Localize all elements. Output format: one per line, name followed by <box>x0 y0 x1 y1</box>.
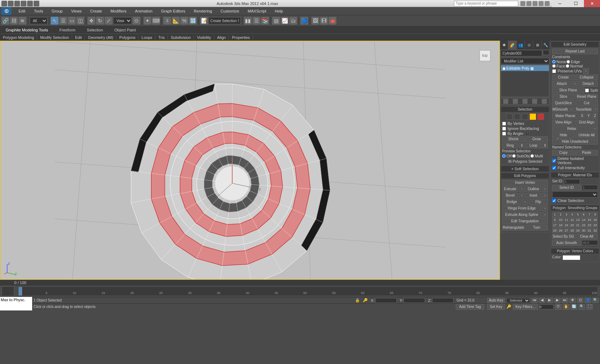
goto-start-icon[interactable]: ⏮ <box>531 298 538 303</box>
paste-sel-button[interactable]: Paste <box>575 150 598 156</box>
bind-icon[interactable]: ≋ <box>19 17 26 25</box>
unlink-icon[interactable]: ⛓ <box>10 17 18 25</box>
object-name-input[interactable] <box>501 50 542 56</box>
outline-settings-icon[interactable]: ▫ <box>542 186 548 192</box>
smoothing-group-30[interactable]: 30 <box>581 228 586 233</box>
viewport[interactable]: x y top <box>0 41 500 280</box>
remove-modifier-icon[interactable] <box>532 99 537 104</box>
ribbon-tris[interactable]: Tris <box>155 35 168 40</box>
view-align-button[interactable]: View Align <box>552 120 575 125</box>
smoothing-group-8[interactable]: 8 <box>592 212 598 217</box>
polygon-subobj-icon[interactable] <box>530 113 536 120</box>
shrink-button[interactable]: Shrink <box>502 136 525 142</box>
modify-tab-icon[interactable]: 🌈 <box>508 41 516 49</box>
vertex-colors-header[interactable]: Polygon: Vertex Colors <box>551 248 599 254</box>
repeat-last-button[interactable]: Repeat Last <box>552 49 598 54</box>
mirror-icon[interactable]: ▮▮ <box>244 17 252 25</box>
auto-smooth-button[interactable]: Auto Smooth <box>552 240 581 246</box>
smoothing-group-12[interactable]: 12 <box>569 217 575 222</box>
next-frame-icon[interactable]: ▶ <box>554 298 560 303</box>
application-icon[interactable]: Ⓒ <box>1 7 11 15</box>
smoothing-group-22[interactable]: 22 <box>581 223 586 228</box>
smoothing-group-25[interactable]: 25 <box>552 228 558 233</box>
edit-geometry-header[interactable]: Edit Geometry <box>551 41 599 47</box>
relax-button[interactable]: Relax <box>552 126 591 132</box>
undo-icon[interactable] <box>21 1 26 6</box>
material-name-dropdown[interactable] <box>552 191 598 198</box>
prev-frame-icon[interactable]: ◀ <box>539 298 545 303</box>
bridge-button[interactable]: Bridge <box>502 199 521 205</box>
preserve-uvs-settings-icon[interactable]: ▫ <box>583 68 589 74</box>
edge-subobj-icon[interactable] <box>514 113 520 120</box>
rotate-icon[interactable]: ↻ <box>96 17 104 25</box>
smoothing-group-7[interactable]: 7 <box>587 212 592 217</box>
bevel-button[interactable]: Bevel <box>502 193 518 198</box>
smoothing-group-13[interactable]: 13 <box>575 217 581 222</box>
make-planar-button[interactable]: Make Planar <box>552 113 579 119</box>
ribbon-tab-graphite[interactable]: Graphite Modeling Tools <box>3 28 51 32</box>
cut-button[interactable]: Cut <box>575 100 598 106</box>
turn-button[interactable]: Turn <box>525 225 548 231</box>
attach-button[interactable]: Attach <box>552 81 571 87</box>
bevel-settings-icon[interactable]: ▫ <box>519 193 525 198</box>
material-ids-header[interactable]: Polygon: Material IDs <box>551 172 599 178</box>
msmooth-button[interactable]: MSmooth <box>552 107 568 112</box>
layers-icon[interactable]: 📚 <box>261 17 269 25</box>
smoothing-group-5[interactable]: 5 <box>575 212 581 217</box>
configure-icon[interactable] <box>542 99 547 104</box>
smoothing-group-32[interactable]: 32 <box>592 228 598 233</box>
close-button[interactable]: ✕ <box>584 0 600 7</box>
create-button[interactable]: Create <box>552 75 575 80</box>
tessellate-settings-icon[interactable]: ▫ <box>592 107 598 112</box>
grid-align-button[interactable]: Grid Align <box>575 120 598 125</box>
open-icon[interactable] <box>8 1 14 6</box>
outline-button[interactable]: Outline <box>525 186 541 192</box>
move-icon[interactable]: ✥ <box>88 17 95 25</box>
set-id-spinner[interactable] <box>564 179 580 184</box>
constraint-none-radio[interactable] <box>552 60 556 64</box>
nav-icon-2[interactable]: ⊡ <box>577 298 583 303</box>
smoothing-group-17[interactable]: 17 <box>552 223 558 228</box>
element-subobj-icon[interactable] <box>538 113 544 120</box>
smoothing-group-14[interactable]: 14 <box>581 217 586 222</box>
menu-tools[interactable]: Tools <box>30 9 48 13</box>
current-frame-input[interactable] <box>539 304 554 309</box>
nav-icon-3[interactable]: 👤 <box>585 298 591 303</box>
smoothing-group-18[interactable]: 18 <box>558 223 563 228</box>
ribbon-properties[interactable]: Properties <box>229 35 253 40</box>
viewcube[interactable]: top <box>474 45 496 66</box>
ribbon-loops[interactable]: Loops <box>139 35 155 40</box>
attach-list-icon[interactable]: ▫ <box>572 81 578 87</box>
extrude-settings-icon[interactable]: ▫ <box>519 186 525 192</box>
msmooth-settings-icon[interactable]: ▫ <box>569 107 575 112</box>
nav-orbit-icon[interactable]: 🔄 <box>571 304 577 310</box>
exchange-icon[interactable] <box>526 1 531 6</box>
collapse-button[interactable]: Collapse <box>575 75 598 80</box>
modifier-stack[interactable]: ◼ Editable Poly ▦ <box>501 65 549 97</box>
constraint-normal-radio[interactable] <box>566 64 569 68</box>
menu-create[interactable]: Create <box>86 9 106 13</box>
modifier-editable-poly[interactable]: ◼ Editable Poly ▦ <box>501 65 549 71</box>
smoothing-group-21[interactable]: 21 <box>575 223 581 228</box>
ribbon-visibility[interactable]: Visibility <box>194 35 214 40</box>
set-key-button[interactable]: Set Key <box>487 304 505 310</box>
smoothing-group-19[interactable]: 19 <box>564 223 569 228</box>
redo-icon[interactable] <box>27 1 33 6</box>
display-tab-icon[interactable]: 🖥 <box>533 41 541 49</box>
ribbon-edit[interactable]: Edit <box>72 35 85 40</box>
y-coord-input[interactable] <box>404 298 425 303</box>
smoothing-group-15[interactable]: 15 <box>587 217 592 222</box>
pivot-icon[interactable]: ⊙ <box>132 17 140 25</box>
ribbon-modify-selection[interactable]: Modify Selection <box>37 35 72 40</box>
curve-editor-icon[interactable]: 📈 <box>281 17 289 25</box>
add-time-tag-button[interactable]: Add Time Tag <box>456 304 484 310</box>
hide-unselected-button[interactable]: Hide Unselected <box>552 139 598 145</box>
smoothing-group-9[interactable]: 9 <box>552 217 558 222</box>
selection-filter-dropdown[interactable]: All <box>30 17 48 24</box>
smoothing-groups-header[interactable]: Polygon: Smoothing Groups <box>551 205 599 211</box>
menu-maxscript[interactable]: MAXScript <box>244 9 271 13</box>
ribbon-geometry[interactable]: Geometry (All) <box>85 35 116 40</box>
menu-views[interactable]: Views <box>67 9 86 13</box>
smoothing-group-4[interactable]: 4 <box>569 212 575 217</box>
smoothing-group-26[interactable]: 26 <box>558 228 563 233</box>
